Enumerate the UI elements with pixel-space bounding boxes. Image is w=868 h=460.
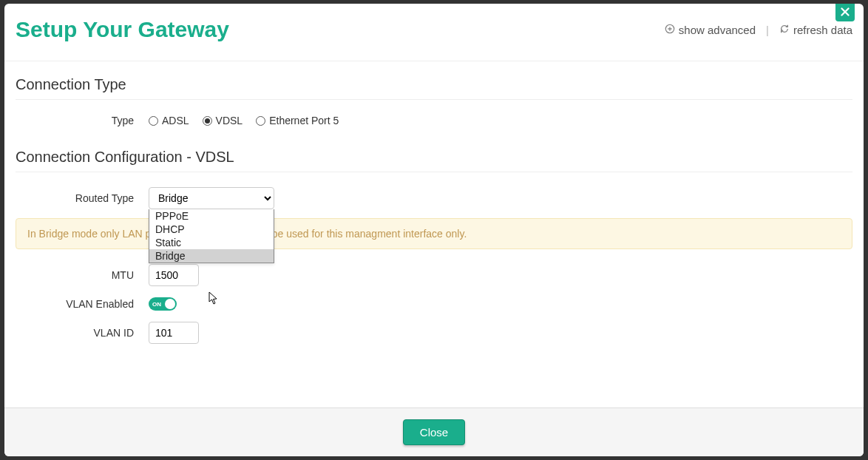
- page-title: Setup Your Gateway: [16, 17, 229, 42]
- routed-type-dropdown: PPPoE DHCP Static Bridge: [149, 209, 274, 263]
- radio-vdsl[interactable]: VDSL: [203, 115, 243, 126]
- mtu-label: MTU: [16, 269, 149, 281]
- mtu-input[interactable]: [149, 264, 199, 286]
- header-divider: |: [766, 24, 769, 36]
- section-connection-type-heading: Connection Type: [16, 76, 852, 100]
- refresh-data-link[interactable]: refresh data: [779, 24, 852, 36]
- vlan-id-label: VLAN ID: [16, 327, 149, 339]
- dropdown-option-pppoe[interactable]: PPPoE: [149, 209, 274, 223]
- plus-circle-icon: [665, 24, 675, 36]
- vlan-enabled-toggle[interactable]: ON: [149, 297, 177, 311]
- vlan-id-input[interactable]: [149, 322, 199, 344]
- radio-icon: [149, 116, 158, 126]
- refresh-icon: [779, 24, 790, 36]
- type-radio-group: ADSL VDSL Ethernet Port 5: [149, 115, 339, 126]
- dropdown-option-dhcp[interactable]: DHCP: [149, 223, 274, 236]
- radio-icon: [256, 116, 265, 126]
- section-connection-config-heading: Connection Configuration - VDSL: [16, 149, 852, 172]
- routed-type-label: Routed Type: [16, 192, 149, 204]
- radio-label: Ethernet Port 5: [269, 115, 339, 126]
- vlan-enabled-label: VLAN Enabled: [16, 298, 149, 310]
- radio-adsl[interactable]: ADSL: [149, 115, 189, 126]
- modal-close-button[interactable]: [835, 4, 855, 21]
- close-button[interactable]: Close: [403, 419, 465, 445]
- radio-label: VDSL: [216, 115, 243, 126]
- radio-icon: [203, 116, 212, 126]
- toggle-on-label: ON: [152, 301, 161, 308]
- dropdown-option-static[interactable]: Static: [149, 236, 274, 249]
- toggle-knob: [165, 299, 175, 309]
- routed-type-select[interactable]: Bridge: [149, 187, 274, 209]
- bridge-mode-alert: In Bridge mode only LAN port 4 and the w…: [16, 218, 852, 249]
- show-advanced-link[interactable]: show advanced: [665, 24, 756, 36]
- radio-label: ADSL: [162, 115, 189, 126]
- type-label: Type: [16, 115, 149, 126]
- close-icon: [841, 7, 850, 18]
- dropdown-option-bridge[interactable]: Bridge: [149, 249, 274, 263]
- show-advanced-label: show advanced: [679, 24, 756, 36]
- radio-ethernet-port5[interactable]: Ethernet Port 5: [256, 115, 339, 126]
- refresh-data-label: refresh data: [793, 24, 852, 36]
